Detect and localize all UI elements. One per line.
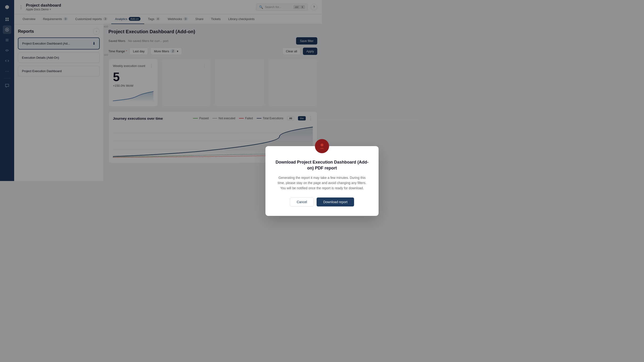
modal-title: Download Project Execution Dashboard (Ad… <box>275 159 322 171</box>
modal-overlay[interactable]: Download Project Execution Dashboard (Ad… <box>0 0 322 181</box>
modal-avatar <box>315 139 322 153</box>
download-modal: Download Project Execution Dashboard (Ad… <box>266 146 322 181</box>
modal-body: Generating the report it may take a few … <box>275 175 322 181</box>
